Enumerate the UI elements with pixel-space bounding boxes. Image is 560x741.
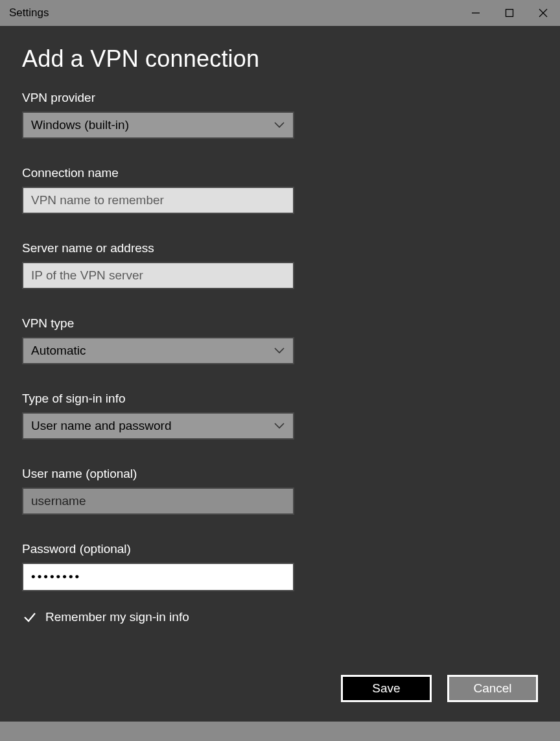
svg-rect-1 <box>506 10 513 17</box>
connection-name-field: Connection name VPN name to remember <box>22 166 538 214</box>
username-label: User name (optional) <box>22 467 538 481</box>
username-value: username <box>31 494 86 508</box>
server-address-input[interactable]: IP of the VPN server <box>22 262 294 289</box>
connection-name-placeholder: VPN name to remember <box>31 193 164 207</box>
cancel-button[interactable]: Cancel <box>447 675 538 702</box>
bottom-bar <box>0 722 560 741</box>
server-address-label: Server name or address <box>22 241 538 255</box>
signin-type-field: Type of sign-in info User name and passw… <box>22 392 538 440</box>
vpn-type-label: VPN type <box>22 316 538 331</box>
page-title: Add a VPN connection <box>22 45 538 73</box>
vpn-type-value: Automatic <box>31 344 274 358</box>
chevron-down-icon <box>274 423 285 429</box>
save-button-label: Save <box>372 681 400 696</box>
server-address-placeholder: IP of the VPN server <box>31 268 143 283</box>
save-button[interactable]: Save <box>341 675 432 702</box>
remember-signin-row[interactable]: Remember my sign-in info <box>22 609 538 625</box>
vpn-provider-field: VPN provider Windows (built-in) <box>22 91 538 139</box>
vpn-provider-dropdown[interactable]: Windows (built-in) <box>22 112 294 139</box>
settings-window: Settings Add a VPN connection VPN provid… <box>0 0 560 741</box>
server-address-field: Server name or address IP of the VPN ser… <box>22 241 538 289</box>
content-area: Add a VPN connection VPN provider Window… <box>0 26 560 722</box>
password-input[interactable] <box>22 563 294 591</box>
signin-type-value: User name and password <box>31 419 274 433</box>
vpn-provider-label: VPN provider <box>22 91 538 105</box>
vpn-provider-value: Windows (built-in) <box>31 118 274 132</box>
chevron-down-icon <box>274 122 285 128</box>
username-field: User name (optional) username <box>22 467 538 515</box>
titlebar: Settings <box>0 0 560 26</box>
chevron-down-icon <box>274 347 285 354</box>
vpn-type-dropdown[interactable]: Automatic <box>22 337 294 364</box>
cancel-button-label: Cancel <box>473 681 511 696</box>
close-button[interactable] <box>526 0 560 26</box>
maximize-button[interactable] <box>493 0 526 26</box>
username-input[interactable]: username <box>22 488 294 515</box>
checkmark-icon <box>22 609 38 625</box>
remember-signin-label: Remember my sign-in info <box>45 610 189 624</box>
minimize-button[interactable] <box>459 0 493 26</box>
connection-name-label: Connection name <box>22 166 538 180</box>
connection-name-input[interactable]: VPN name to remember <box>22 187 294 214</box>
signin-type-label: Type of sign-in info <box>22 392 538 406</box>
password-label: Password (optional) <box>22 542 538 556</box>
password-value[interactable] <box>31 570 285 584</box>
window-title: Settings <box>9 6 459 19</box>
footer-buttons: Save Cancel <box>341 675 538 702</box>
vpn-type-field: VPN type Automatic <box>22 316 538 364</box>
signin-type-dropdown[interactable]: User name and password <box>22 412 294 440</box>
password-field: Password (optional) <box>22 542 538 591</box>
